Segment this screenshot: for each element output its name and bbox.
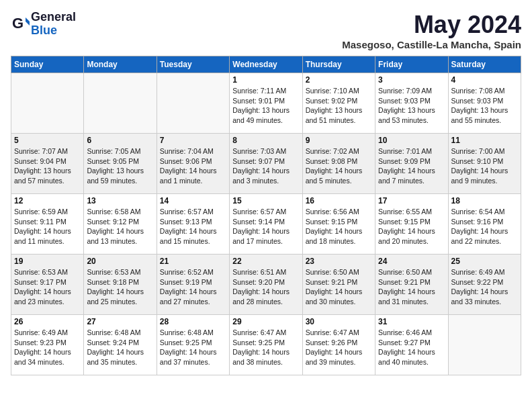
day-info-line: and 20 minutes. — [378, 236, 445, 246]
calendar-cell: 5Sunrise: 7:07 AMSunset: 9:04 PMDaylight… — [11, 134, 84, 194]
day-number: 22 — [232, 257, 299, 266]
day-info-line: Sunrise: 7:07 AM — [14, 146, 81, 156]
day-info-line: Sunset: 9:05 PM — [87, 156, 153, 167]
day-info: Sunrise: 6:51 AMSunset: 9:20 PMDaylight:… — [232, 267, 299, 307]
day-info-line: Daylight: 13 hours — [451, 105, 518, 116]
day-info-line: Sunrise: 6:52 AM — [160, 267, 226, 277]
day-info-line: Sunset: 9:21 PM — [378, 277, 445, 287]
day-info-line: Sunset: 9:07 PM — [232, 156, 299, 167]
day-info-line: Daylight: 14 hours — [14, 226, 81, 236]
day-number: 1 — [232, 75, 299, 85]
calendar-cell — [157, 73, 229, 134]
day-number: 19 — [14, 257, 81, 266]
day-info-line: Daylight: 14 hours — [160, 347, 226, 357]
day-info: Sunrise: 6:48 AMSunset: 9:25 PMDaylight:… — [160, 328, 226, 367]
day-info-line: and 7 minutes. — [378, 176, 445, 186]
day-info-line: Sunrise: 7:01 AM — [378, 146, 445, 156]
day-info-line: Sunset: 9:15 PM — [306, 217, 372, 227]
day-info-line: Daylight: 14 hours — [232, 347, 299, 357]
calendar-cell: 31Sunrise: 6:46 AMSunset: 9:27 PMDayligh… — [375, 315, 448, 375]
day-number: 31 — [378, 317, 445, 326]
calendar-cell: 24Sunrise: 6:50 AMSunset: 9:21 PMDayligh… — [375, 255, 448, 315]
day-info: Sunrise: 6:59 AMSunset: 9:11 PMDaylight:… — [14, 207, 81, 246]
day-info-line: Sunrise: 6:53 AM — [14, 267, 81, 277]
day-info-line: and 5 minutes. — [306, 176, 372, 186]
day-info-line: Sunrise: 6:48 AM — [87, 328, 153, 338]
day-info-line: and 55 minutes. — [451, 116, 518, 126]
day-info-line: and 25 minutes. — [87, 297, 153, 307]
day-info: Sunrise: 6:56 AMSunset: 9:15 PMDaylight:… — [306, 207, 372, 246]
day-number: 10 — [378, 136, 445, 145]
logo: G General Blue — [11, 11, 76, 38]
day-info-line: Sunset: 9:10 PM — [451, 156, 518, 167]
day-info-line: and 3 minutes. — [232, 176, 299, 186]
day-info-line: Daylight: 14 hours — [87, 347, 153, 357]
calendar-cell: 1Sunrise: 7:11 AMSunset: 9:01 PMDaylight… — [230, 73, 302, 134]
day-info-line: Sunset: 9:26 PM — [306, 338, 372, 348]
day-info-line: Sunset: 9:23 PM — [14, 338, 81, 348]
day-info-line: and 38 minutes. — [232, 357, 299, 367]
day-info-line: Daylight: 14 hours — [160, 226, 226, 236]
day-info-line: Sunset: 9:15 PM — [378, 217, 445, 227]
day-info-line: Sunset: 9:24 PM — [87, 338, 153, 348]
day-info-line: and 49 minutes. — [232, 116, 299, 126]
day-info-line: Daylight: 14 hours — [14, 287, 81, 297]
svg-text:G: G — [12, 15, 24, 32]
day-info-line: Daylight: 14 hours — [378, 226, 445, 236]
day-info-line: Sunrise: 7:09 AM — [378, 86, 445, 96]
calendar-cell: 12Sunrise: 6:59 AMSunset: 9:11 PMDayligh… — [11, 194, 84, 255]
day-info: Sunrise: 6:49 AMSunset: 9:22 PMDaylight:… — [451, 267, 518, 307]
day-info-line: Sunset: 9:16 PM — [451, 217, 518, 227]
day-number: 27 — [87, 317, 153, 326]
day-info-line: Sunrise: 6:57 AM — [160, 207, 226, 217]
calendar-week-2: 5Sunrise: 7:07 AMSunset: 9:04 PMDaylight… — [11, 134, 521, 194]
weekday-header-friday: Friday — [375, 56, 448, 73]
day-info-line: and 18 minutes. — [306, 236, 372, 246]
calendar-cell: 16Sunrise: 6:56 AMSunset: 9:15 PMDayligh… — [302, 194, 375, 255]
day-number: 24 — [378, 257, 445, 266]
day-info-line: and 11 minutes. — [14, 236, 81, 246]
day-info-line: Sunset: 9:08 PM — [306, 156, 372, 167]
day-info-line: Daylight: 14 hours — [306, 347, 372, 357]
day-info-line: Sunset: 9:03 PM — [378, 96, 445, 106]
day-info: Sunrise: 6:47 AMSunset: 9:26 PMDaylight:… — [306, 328, 372, 367]
day-info: Sunrise: 6:47 AMSunset: 9:25 PMDaylight:… — [232, 328, 299, 367]
day-info-line: and 23 minutes. — [14, 297, 81, 307]
calendar-cell: 4Sunrise: 7:08 AMSunset: 9:03 PMDaylight… — [448, 73, 521, 134]
day-info-line: and 34 minutes. — [14, 357, 81, 367]
day-info-line: Sunrise: 7:11 AM — [232, 86, 299, 96]
calendar-cell: 22Sunrise: 6:51 AMSunset: 9:20 PMDayligh… — [230, 255, 302, 315]
day-info-line: Daylight: 14 hours — [87, 226, 153, 236]
day-info: Sunrise: 7:05 AMSunset: 9:05 PMDaylight:… — [87, 146, 153, 186]
weekday-header-monday: Monday — [84, 56, 157, 73]
day-info: Sunrise: 6:49 AMSunset: 9:23 PMDaylight:… — [14, 328, 81, 367]
day-number: 3 — [378, 75, 445, 85]
day-number: 18 — [451, 196, 518, 205]
calendar-cell: 3Sunrise: 7:09 AMSunset: 9:03 PMDaylight… — [375, 73, 448, 134]
day-info: Sunrise: 6:53 AMSunset: 9:18 PMDaylight:… — [87, 267, 153, 307]
day-info: Sunrise: 7:03 AMSunset: 9:07 PMDaylight:… — [232, 146, 299, 186]
day-info-line: Sunrise: 7:10 AM — [306, 86, 372, 96]
day-info: Sunrise: 7:00 AMSunset: 9:10 PMDaylight:… — [451, 146, 518, 186]
calendar-cell: 25Sunrise: 6:49 AMSunset: 9:22 PMDayligh… — [448, 255, 521, 315]
day-number: 6 — [87, 136, 153, 145]
day-info-line: Sunrise: 7:04 AM — [160, 146, 226, 156]
logo-blue-text: Blue — [31, 24, 76, 38]
calendar-cell — [11, 73, 84, 134]
day-info-line: Sunrise: 6:53 AM — [87, 267, 153, 277]
calendar-table: SundayMondayTuesdayWednesdayThursdayFrid… — [11, 56, 521, 375]
day-info-line: Sunrise: 6:49 AM — [451, 267, 518, 277]
day-info-line: and 9 minutes. — [451, 176, 518, 186]
day-info-line: and 57 minutes. — [14, 176, 81, 186]
day-info-line: Sunset: 9:12 PM — [87, 217, 153, 227]
day-info-line: Daylight: 14 hours — [451, 287, 518, 297]
day-info-line: and 31 minutes. — [378, 297, 445, 307]
day-info-line: and 28 minutes. — [232, 297, 299, 307]
calendar-cell: 26Sunrise: 6:49 AMSunset: 9:23 PMDayligh… — [11, 315, 84, 375]
svg-marker-3 — [26, 21, 30, 26]
calendar-cell: 7Sunrise: 7:04 AMSunset: 9:06 PMDaylight… — [157, 134, 229, 194]
day-info-line: and 27 minutes. — [160, 297, 226, 307]
calendar-cell: 15Sunrise: 6:57 AMSunset: 9:14 PMDayligh… — [230, 194, 302, 255]
day-info-line: and 39 minutes. — [306, 357, 372, 367]
day-info-line: Daylight: 14 hours — [14, 347, 81, 357]
